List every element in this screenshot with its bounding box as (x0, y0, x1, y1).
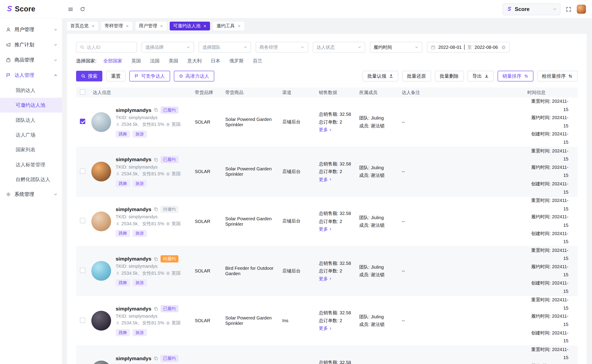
date-range-picker[interactable]: 2022-08-01 至 2022-08-06 (427, 42, 510, 53)
workspace-select[interactable]: Score (503, 3, 560, 15)
copy-icon[interactable] (154, 108, 158, 112)
talent-tkid: TKID: simplymandys (116, 264, 181, 269)
tab-invitable-talent-pool[interactable]: 可邀约达人池 (170, 22, 210, 30)
sidebar-item-label: 推广计划 (14, 41, 34, 48)
globe-icon (166, 321, 170, 325)
sidebar-item-system-management[interactable]: 系统管理 (0, 187, 62, 202)
close-icon[interactable] (160, 24, 163, 28)
chevron-up-icon (54, 73, 58, 77)
talent-followers: 2534.5k、女性81.5% (121, 171, 164, 177)
flag-icon (134, 74, 139, 78)
row-checkbox[interactable] (80, 218, 85, 223)
row-checkbox[interactable] (80, 268, 85, 273)
talent-stats: 2534.5k、女性81.5% 英国 (116, 221, 181, 227)
sidebar-item-talent-management[interactable]: 达人管理 (0, 68, 62, 83)
talent-id-input[interactable] (87, 45, 133, 50)
user-avatar[interactable] (577, 5, 586, 14)
member-line: 成员: 谢法锁 (359, 122, 396, 130)
more-link[interactable]: 更多 (319, 225, 353, 233)
table-row: simplymandys 已履约 TKID: simplymandys 2534… (76, 346, 578, 364)
sort-icon (568, 74, 572, 78)
row-checkbox[interactable] (80, 119, 85, 124)
brand-select[interactable]: 选择品牌 (142, 42, 194, 53)
clear-icon[interactable] (501, 45, 506, 50)
country-option-russia[interactable]: 俄罗斯 (229, 58, 244, 64)
sidebar-item-self-incubated-team-talents[interactable]: 自孵化团队达人 (0, 172, 62, 187)
high-potential-talent-button[interactable]: 高潜力达人 (174, 71, 214, 81)
batch-delete-button[interactable]: 批量删除 (435, 71, 463, 81)
country-option-italy[interactable]: 意大利 (187, 58, 202, 64)
tab-user-management[interactable]: 用户管理 (136, 22, 167, 30)
more-link[interactable]: 更多 (319, 126, 353, 134)
more-link[interactable]: 更多 (319, 325, 353, 332)
batch-claim-button[interactable]: 批量认领 (363, 71, 398, 81)
close-icon[interactable] (91, 24, 95, 28)
tab-label: 首页总览 (70, 23, 89, 29)
close-icon[interactable] (237, 24, 241, 28)
sidebar-item-my-talents[interactable]: 我的达人 (0, 83, 62, 98)
talent-country: 英国 (171, 320, 181, 326)
avatar (91, 360, 111, 364)
row-checkbox[interactable] (80, 318, 85, 323)
talent-followers: 2534.5k、女性81.5% (121, 270, 164, 277)
competitive-talent-button[interactable]: 可竞争达人 (130, 71, 170, 81)
sidebar-item-team-talents[interactable]: 团队达人 (0, 113, 62, 127)
sidebar-item-talent-tag-management[interactable]: 达人标签管理 (0, 157, 62, 172)
sidebar-item-country-list[interactable]: 国家列表 (0, 142, 62, 157)
country-option-finland[interactable]: 芬兰 (253, 58, 262, 64)
chevron-down-icon (54, 28, 58, 32)
time-create: 创建时间: 202411-15 (527, 180, 568, 196)
country-option-usa[interactable]: 美国 (169, 58, 178, 64)
copy-icon[interactable] (154, 257, 158, 261)
sales-orders: 总订单数: 2 (319, 118, 353, 126)
product-cell: Solar Powered Garden Sprinkler (222, 117, 279, 127)
fans-sort-button[interactable]: 粉丝量排序 (537, 71, 578, 81)
date-separator: 至 (467, 44, 472, 50)
search-icon (81, 74, 85, 78)
status-badge: 已履约 (161, 355, 178, 362)
row-checkbox[interactable] (80, 168, 85, 174)
copy-icon[interactable] (154, 306, 158, 311)
sales-amount: 总销售额: 32.58 (319, 309, 353, 317)
reset-button[interactable]: 重置 (106, 71, 126, 81)
member-line: 成员: 谢法锁 (359, 172, 396, 180)
sidebar-item-invitable-talent-pool[interactable]: 可邀约达人池 (0, 98, 62, 113)
tab-home-overview[interactable]: 首页总览 (67, 22, 98, 30)
refresh-icon[interactable] (80, 6, 85, 12)
country-option-all[interactable]: 全部国家 (103, 58, 122, 64)
sidebar-item-promotion-plan[interactable]: 推广计划 (0, 37, 62, 53)
fulfillment-time-select[interactable]: 履约时间 (370, 42, 422, 53)
time-fulfill: 履约时间: 202411-15 (527, 163, 568, 180)
copy-icon[interactable] (154, 157, 158, 162)
more-link[interactable]: 更多 (319, 275, 353, 283)
copy-icon[interactable] (154, 356, 158, 361)
hamburger-menu-icon[interactable] (68, 6, 73, 12)
talent-info-cell: simplymandys 已履约 TKID: simplymandys 2534… (90, 355, 192, 364)
followers-icon (116, 321, 120, 325)
country-option-uk[interactable]: 英国 (131, 58, 141, 64)
sidebar-item-product-management[interactable]: 商品管理 (0, 52, 62, 68)
select-all-checkbox[interactable] (80, 89, 85, 94)
close-icon[interactable] (126, 24, 129, 28)
close-icon[interactable] (203, 24, 206, 28)
country-option-japan[interactable]: 日本 (211, 58, 220, 64)
sales-cell: 总销售额: 32.58 总订单数: 2 更多 (316, 160, 356, 183)
fullscreen-icon[interactable] (566, 6, 571, 12)
batch-restore-button[interactable]: 批量还原 (402, 71, 431, 81)
sales-amount: 总销售额: 32.58 (319, 110, 353, 118)
talent-name: simplymandys (116, 207, 151, 212)
tab-invitation-tools[interactable]: 邀约工具 (213, 22, 244, 30)
team-select[interactable]: 选择团队 (199, 42, 251, 53)
country-option-france[interactable]: 法国 (150, 58, 159, 64)
copy-icon[interactable] (154, 207, 158, 212)
status-select[interactable]: 达人状态 (313, 42, 365, 53)
sidebar-item-talent-plaza[interactable]: 达人广场 (0, 127, 62, 142)
sales-sort-button[interactable]: 销量排序 (498, 71, 533, 81)
tab-sample-management[interactable]: 寄样管理 (101, 22, 132, 30)
more-link[interactable]: 更多 (319, 176, 353, 183)
export-button[interactable]: 导出 (468, 71, 494, 81)
search-button[interactable]: 搜索 (76, 71, 102, 81)
manager-select[interactable]: 商务经理 (256, 42, 308, 53)
chevron-right-icon (329, 327, 332, 330)
sidebar-item-user-management[interactable]: 用户管理 (0, 22, 62, 37)
